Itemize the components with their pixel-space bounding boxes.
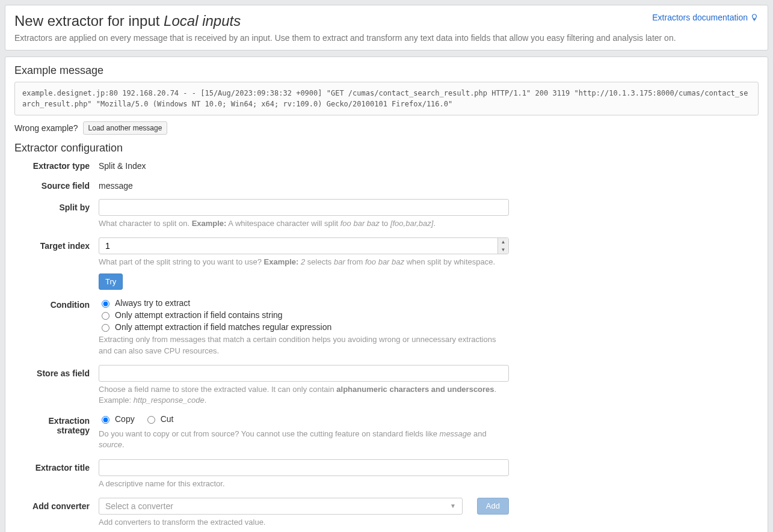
converter-help: Add converters to transform the extracte…	[99, 517, 463, 528]
strategy-help: Do you want to copy or cut from source? …	[99, 429, 509, 450]
label-extractor-type: Extractor type	[14, 159, 99, 171]
strategy-copy-radio[interactable]	[102, 416, 109, 424]
doc-link-label: Extractors documentation	[652, 13, 748, 22]
label-source-field: Source field	[14, 179, 99, 191]
chevron-down-icon: ▼	[450, 503, 456, 509]
label-condition: Condition	[14, 298, 99, 356]
condition-regex-label: Only attempt extraction if field matches…	[115, 322, 331, 332]
label-split-by: Split by	[14, 199, 99, 229]
condition-always-radio[interactable]	[102, 300, 109, 308]
converter-placeholder: Select a converter	[105, 501, 173, 511]
config-heading: Extractor configuration	[14, 142, 759, 154]
extractor-title-help: A descriptive name for this extractor.	[99, 478, 509, 489]
example-message: example.designet.jp:80 192.168.20.74 - -…	[14, 82, 759, 115]
store-as-field-help: Choose a field name to store the extract…	[99, 384, 509, 406]
wrong-example-label: Wrong example?	[14, 123, 78, 133]
condition-contains-radio[interactable]	[102, 312, 109, 320]
extractor-title-input[interactable]	[99, 459, 509, 476]
label-store-as-field: Store as field	[14, 365, 99, 406]
condition-contains-label: Only attempt extraction if field contain…	[115, 310, 283, 320]
header-subtitle: Extractors are applied on every message …	[14, 33, 759, 43]
split-by-input[interactable]	[99, 199, 509, 216]
target-index-spinner[interactable]: ▲ ▼	[497, 238, 508, 254]
label-extractor-title: Extractor title	[14, 459, 99, 489]
spinner-down-icon[interactable]: ▼	[498, 246, 508, 254]
lightbulb-icon	[750, 13, 759, 22]
label-target-index: Target index	[14, 237, 99, 290]
value-source-field: message	[99, 179, 509, 191]
strategy-copy-label: Copy	[115, 414, 135, 424]
converter-select[interactable]: Select a converter ▼	[99, 498, 463, 515]
add-converter-button[interactable]: Add	[477, 498, 509, 515]
example-heading: Example message	[14, 64, 759, 77]
strategy-cut-radio[interactable]	[147, 416, 155, 424]
title-prefix: New extractor for input	[14, 13, 164, 29]
condition-regex-radio[interactable]	[102, 324, 109, 332]
store-as-field-input[interactable]	[99, 365, 509, 382]
condition-help: Extracting only from messages that match…	[99, 334, 509, 356]
value-extractor-type: Split & Index	[99, 159, 509, 171]
condition-always-label: Always try to extract	[115, 298, 190, 308]
header-panel: New extractor for input Local inputs Ext…	[5, 5, 768, 50]
load-another-message-button[interactable]: Load another message	[83, 121, 168, 135]
try-button[interactable]: Try	[99, 274, 123, 290]
spinner-up-icon[interactable]: ▲	[498, 238, 508, 246]
config-panel: Example message example.designet.jp:80 1…	[5, 57, 768, 532]
target-index-help: What part of the split string to you wan…	[99, 257, 509, 268]
target-index-input[interactable]	[99, 237, 509, 254]
label-extraction-strategy: Extraction strategy	[14, 414, 99, 450]
title-input-name: Local inputs	[164, 13, 241, 29]
page-title: New extractor for input Local inputs	[14, 13, 241, 29]
strategy-cut-label: Cut	[161, 414, 174, 424]
label-add-converter: Add converter	[14, 498, 99, 528]
extractors-doc-link[interactable]: Extractors documentation	[652, 13, 759, 22]
split-by-help: What character to split on. Example: A w…	[99, 218, 509, 229]
